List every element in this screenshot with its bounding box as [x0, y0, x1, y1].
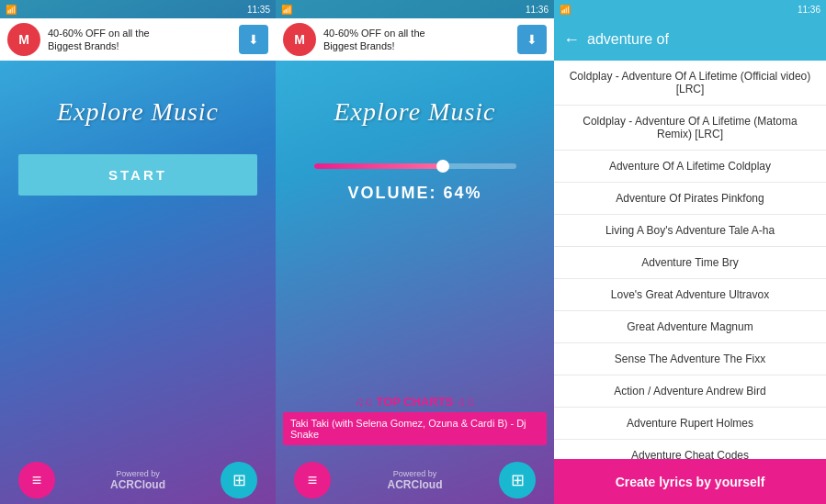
ad-banner-2[interactable]: M 40-60% OFF on all the Biggest Brands! …: [276, 18, 554, 61]
panel-1: 📶 11:35 M 40-60% OFF on all the Biggest …: [0, 0, 276, 504]
time-2: 11:36: [526, 5, 549, 15]
search-results-list: Coldplay - Adventure Of A Lifetime (Offi…: [554, 61, 826, 459]
back-button[interactable]: ←: [563, 30, 580, 50]
ad-text-2: 40-60% OFF on all the Biggest Brands!: [323, 27, 510, 53]
search-result-item[interactable]: Sense The Adventure The Fixx: [554, 343, 826, 375]
search-result-item[interactable]: Coldplay - Adventure Of A Lifetime (Mato…: [554, 106, 826, 151]
status-left-2: 📶: [281, 5, 292, 15]
status-right-2: 11:36: [526, 5, 549, 15]
menu-button-2[interactable]: ≡: [294, 462, 331, 498]
status-bar-1: 📶 11:35: [0, 0, 276, 18]
menu-icon-1: ≡: [32, 471, 42, 490]
ad-download-icon-2: ⬇: [517, 25, 547, 54]
panel-3: 📶 11:36 ← adventure of Coldplay - Advent…: [554, 0, 826, 504]
search-result-item[interactable]: Great Adventure Magnum: [554, 311, 826, 343]
grid-icon-1: ⊞: [232, 470, 246, 490]
menu-icon-2: ≡: [308, 471, 318, 490]
search-header: ← adventure of: [554, 18, 826, 61]
status-left-1: 📶: [6, 5, 17, 15]
status-left-3: 📶: [560, 5, 571, 15]
status-right-1: 11:35: [247, 5, 270, 15]
search-result-item[interactable]: Adventure Of A Lifetime Coldplay: [554, 151, 826, 183]
network-icons-3: 📶: [560, 5, 571, 15]
ad-banner-1[interactable]: M 40-60% OFF on all the Biggest Brands! …: [0, 18, 276, 61]
search-result-item[interactable]: Adventure Of Pirates Pinkfong: [554, 183, 826, 215]
network-icons-2: 📶: [281, 5, 292, 15]
search-result-item[interactable]: Love's Great Adventure Ultravox: [554, 279, 826, 311]
search-result-item[interactable]: Action / Adventure Andrew Bird: [554, 375, 826, 408]
app-title-2: Explore Music: [276, 97, 554, 127]
grid-icon-2: ⊞: [511, 470, 525, 490]
ad-logo-2: M: [283, 23, 316, 56]
bottom-bar-2: ≡ Powered by ACRCloud ⊞: [276, 456, 554, 504]
search-result-item[interactable]: Coldplay - Adventure Of A Lifetime (Offi…: [554, 61, 826, 106]
powered-by-2: Powered by ACRCloud: [388, 469, 443, 491]
time-3: 11:36: [798, 5, 820, 15]
volume-label: VOLUME: 64%: [347, 184, 481, 203]
status-bar-3: 📶 11:36: [554, 0, 826, 18]
ad-text-1: 40-60% OFF on all the Biggest Brands!: [48, 27, 232, 53]
top-charts: ♫♫ TOP CHARTS ♫♫ Taki Taki (with Selena …: [276, 391, 554, 449]
ad-download-icon-1: ⬇: [239, 25, 268, 54]
app-title-1: Explore Music: [0, 97, 276, 127]
search-result-item[interactable]: Adventure Cheat Codes: [554, 440, 826, 459]
grid-button-1[interactable]: ⊞: [221, 462, 257, 498]
status-right-3: 11:36: [798, 5, 820, 15]
search-result-item[interactable]: Adventure Rupert Holmes: [554, 408, 826, 440]
create-lyrics-button[interactable]: Create lyrics by yourself: [554, 459, 826, 504]
network-icons-1: 📶: [6, 5, 17, 15]
ad-logo-1: M: [7, 23, 40, 56]
panel-2: 📶 11:36 M 40-60% OFF on all the Biggest …: [276, 0, 554, 504]
volume-slider[interactable]: [314, 163, 516, 169]
search-result-item[interactable]: Adventure Time Bry: [554, 247, 826, 279]
volume-handle[interactable]: [436, 160, 449, 173]
bottom-bar-1: ≡ Powered by ACRCloud ⊞: [0, 456, 276, 504]
menu-button-1[interactable]: ≡: [18, 462, 55, 498]
top-charts-label: ♫♫ TOP CHARTS ♫♫: [283, 395, 547, 409]
grid-button-2[interactable]: ⊞: [499, 462, 536, 498]
search-result-item[interactable]: Living A Boy's Adventure Tale A-ha: [554, 215, 826, 247]
time-1: 11:35: [247, 5, 270, 15]
volume-fill: [314, 163, 444, 169]
top-charts-song[interactable]: Taki Taki (with Selena Gomez, Ozuna & Ca…: [283, 412, 547, 445]
status-bar-2: 📶 11:36: [276, 0, 554, 18]
search-query[interactable]: adventure of: [587, 31, 817, 48]
powered-by-1: Powered by ACRCloud: [110, 469, 165, 491]
start-button[interactable]: START: [18, 154, 257, 196]
volume-section: VOLUME: 64%: [276, 163, 554, 203]
